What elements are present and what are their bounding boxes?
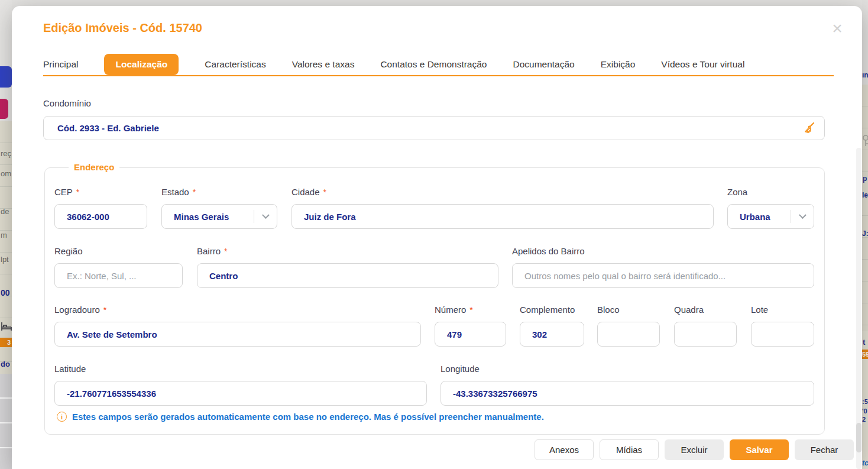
complemento-label: Complemento bbox=[520, 305, 575, 315]
background-text-fragment: m bbox=[1, 231, 7, 240]
edit-property-modal: Edição Imóveis - Cód. 15740 × Principal … bbox=[12, 6, 862, 469]
broom-icon[interactable] bbox=[802, 121, 817, 135]
numero-label: Número* bbox=[435, 305, 473, 315]
zona-selected-value: Urbana bbox=[728, 212, 791, 222]
cidade-label: Cidade* bbox=[292, 187, 326, 197]
required-marker: * bbox=[76, 187, 79, 197]
modal-footer: Anexos Mídias Excluir Salvar Fechar bbox=[535, 439, 854, 460]
estado-label: Estado* bbox=[161, 187, 196, 197]
background-page-left-edge: reç om de m lpt 00 3 do A bbox=[0, 0, 12, 469]
close-icon[interactable]: × bbox=[829, 21, 846, 37]
background-table-rows bbox=[0, 374, 12, 469]
background-text-fragment: 2 bbox=[862, 416, 866, 423]
quadra-input[interactable] bbox=[674, 322, 737, 347]
bed-icon bbox=[1, 322, 12, 331]
regiao-input[interactable] bbox=[54, 263, 183, 288]
cidade-field bbox=[292, 204, 714, 229]
required-marker: * bbox=[323, 187, 326, 197]
required-marker: * bbox=[469, 305, 472, 315]
background-text-fragment: om bbox=[1, 169, 11, 178]
tab-documentacao[interactable]: Documentação bbox=[513, 59, 574, 70]
estado-select[interactable]: Minas Gerais bbox=[161, 204, 277, 229]
complemento-input[interactable] bbox=[520, 322, 584, 347]
tabbar-underline bbox=[43, 75, 834, 76]
longitude-label: Longitude bbox=[441, 364, 480, 374]
tab-exibicao[interactable]: Exibição bbox=[601, 59, 636, 70]
required-marker: * bbox=[224, 247, 227, 256]
background-table-rows bbox=[0, 121, 12, 374]
cep-label: CEP* bbox=[54, 187, 79, 197]
bloco-input[interactable] bbox=[597, 322, 660, 347]
address-legend: Endereço bbox=[69, 162, 119, 172]
longitude-field bbox=[441, 381, 814, 406]
auto-fill-info: i Estes campos serão gerados automaticam… bbox=[57, 412, 544, 422]
chevron-down-icon[interactable] bbox=[254, 214, 277, 219]
modal-scrollbar-track[interactable] bbox=[856, 148, 861, 469]
fechar-button[interactable]: Fechar bbox=[795, 439, 854, 460]
background-text-fragment: do A bbox=[1, 360, 12, 368]
excluir-button[interactable]: Excluir bbox=[665, 439, 724, 460]
modal-tabbar: Principal Localização Características Va… bbox=[43, 53, 744, 75]
longitude-input[interactable] bbox=[441, 381, 814, 406]
tab-videos-e-tour-virtual[interactable]: Vídeos e Tour virtual bbox=[661, 59, 744, 70]
tab-contatos-e-demonstracao[interactable]: Contatos e Demonstração bbox=[380, 59, 487, 70]
background-text-fragment: t bbox=[863, 338, 865, 347]
info-circle-icon: i bbox=[57, 412, 67, 422]
bairro-label: Bairro* bbox=[197, 246, 227, 256]
tab-principal[interactable]: Principal bbox=[43, 59, 78, 70]
background-text-fragment: J: bbox=[862, 229, 868, 238]
cep-input[interactable] bbox=[54, 204, 147, 229]
complemento-field bbox=[520, 322, 584, 347]
background-text-fragment: ın bbox=[862, 71, 868, 79]
background-text-fragment: reç bbox=[1, 149, 11, 158]
condominio-field bbox=[43, 116, 825, 140]
modal-scrollbar-thumb[interactable] bbox=[856, 423, 861, 452]
zona-label: Zona bbox=[727, 187, 747, 197]
quadra-field bbox=[674, 322, 737, 347]
tab-localizacao[interactable]: Localização bbox=[104, 54, 179, 75]
numero-input[interactable] bbox=[435, 322, 506, 347]
midias-button[interactable]: Mídias bbox=[600, 439, 659, 460]
estado-selected-value: Minas Gerais bbox=[162, 212, 254, 222]
numero-field bbox=[435, 322, 506, 347]
chevron-down-icon[interactable] bbox=[791, 214, 814, 219]
background-table-rows bbox=[862, 85, 868, 331]
background-text-fragment: :5 bbox=[862, 398, 868, 405]
salvar-button[interactable]: Salvar bbox=[730, 439, 789, 460]
anexos-button[interactable]: Anexos bbox=[535, 439, 594, 460]
required-marker: * bbox=[193, 187, 196, 197]
lote-input[interactable] bbox=[751, 322, 814, 347]
bairro-input[interactable] bbox=[197, 263, 498, 288]
latitude-field bbox=[54, 381, 427, 406]
logradouro-label: Logradouro* bbox=[54, 305, 106, 315]
background-count-badge: 3 bbox=[0, 338, 12, 347]
background-text-fragment: '0 bbox=[862, 407, 867, 415]
logradouro-input[interactable] bbox=[54, 322, 421, 347]
zona-select[interactable]: Urbana bbox=[727, 204, 814, 229]
background-text-fragment: le bbox=[862, 191, 868, 199]
condominio-label: Condomínio bbox=[43, 98, 91, 108]
cidade-input[interactable] bbox=[292, 204, 714, 229]
apelidos-do-bairro-field bbox=[512, 263, 814, 288]
required-marker: * bbox=[103, 305, 106, 315]
apelidos-do-bairro-label: Apelidos do Bairro bbox=[512, 246, 585, 256]
latitude-input[interactable] bbox=[54, 381, 427, 406]
bloco-field bbox=[597, 322, 660, 347]
regiao-label: Região bbox=[54, 246, 83, 256]
tab-valores-e-taxas[interactable]: Valores e taxas bbox=[292, 59, 355, 70]
lote-field bbox=[751, 322, 814, 347]
apelidos-do-bairro-input[interactable] bbox=[512, 263, 814, 288]
estado-field: Minas Gerais bbox=[161, 204, 277, 229]
background-count-badge: 59 bbox=[862, 350, 868, 359]
bloco-label: Bloco bbox=[597, 305, 620, 315]
background-text-fragment: tc bbox=[862, 459, 868, 467]
background-blue-button-fragment bbox=[0, 66, 12, 88]
tab-caracteristicas[interactable]: Características bbox=[205, 59, 265, 70]
quadra-label: Quadra bbox=[674, 305, 704, 315]
auto-fill-info-text: Estes campos serão gerados automaticamen… bbox=[72, 412, 544, 422]
cep-field bbox=[54, 204, 147, 229]
condominio-input[interactable] bbox=[43, 116, 825, 140]
background-text-fragment: p bbox=[863, 174, 867, 183]
regiao-field bbox=[54, 263, 183, 288]
background-page-right-edge: ın p le J: t 59 :5 '0 2 tc bbox=[862, 0, 868, 469]
